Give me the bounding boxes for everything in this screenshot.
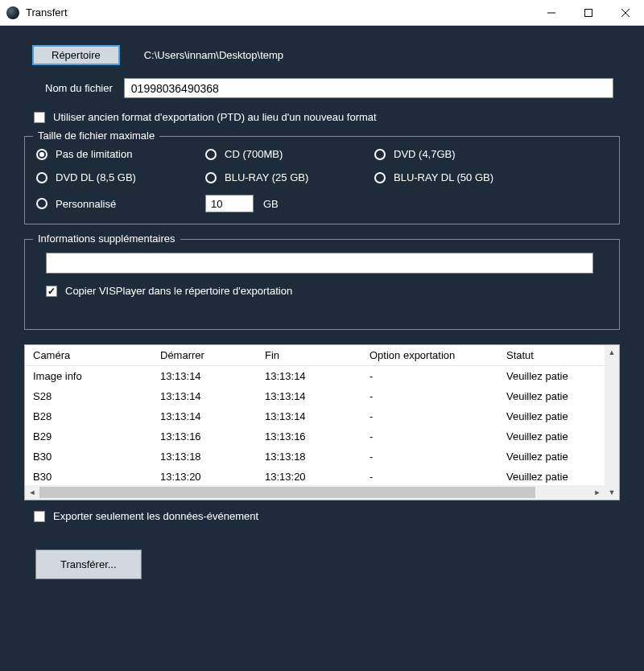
radio-custom[interactable]	[36, 198, 47, 209]
table-cell: Veuillez patie	[498, 386, 584, 406]
maximize-button[interactable]	[570, 0, 607, 26]
directory-path: C:\Users\innam\Desktop\temp	[144, 49, 283, 61]
table-row[interactable]: B2913:13:1613:13:16-Veuillez patie	[25, 426, 605, 447]
table-row[interactable]: B3013:13:2013:13:20-Veuillez patie	[25, 467, 605, 487]
table-cell: B29	[25, 426, 152, 447]
th-start[interactable]: Démarrer	[152, 345, 257, 365]
radio-cd[interactable]	[205, 149, 217, 160]
extra-info-legend: Informations supplémentaires	[33, 233, 180, 245]
scroll-up-icon[interactable]: ▲	[605, 345, 619, 360]
filesize-fieldset: Taille de fichier maximale Pas de limita…	[24, 136, 620, 224]
export-events-label: Exporter seulement les données-événement	[53, 510, 258, 522]
table-cell: Image info	[25, 366, 152, 386]
table-row[interactable]: Image info13:13:1413:13:14-Veuillez pati…	[25, 366, 605, 386]
radio-bluraydl[interactable]	[374, 172, 386, 183]
hscroll-thumb[interactable]	[39, 487, 535, 498]
transfer-button[interactable]: Transférer...	[35, 550, 142, 579]
table-cell: 13:13:14	[257, 386, 361, 406]
table-cell: 13:13:14	[257, 406, 361, 426]
table-cell: S28	[25, 386, 152, 406]
table-cell: B30	[25, 467, 152, 487]
radio-dvd[interactable]	[374, 149, 386, 160]
window-title: Transfert	[26, 6, 533, 19]
th-end[interactable]: Fin	[257, 345, 361, 365]
extra-info-fieldset: Informations supplémentaires Copier VISP…	[24, 239, 620, 330]
export-table: Caméra Démarrer Fin Option exportation S…	[24, 344, 620, 500]
scroll-left-icon[interactable]: ◄	[25, 485, 39, 500]
content-area: Répertoire C:\Users\innam\Desktop\temp N…	[0, 26, 644, 671]
table-cell: 13:13:14	[152, 366, 257, 386]
horizontal-scrollbar[interactable]: ◄ ►	[25, 485, 605, 500]
radio-dvd-label: DVD (4,7GB)	[394, 148, 456, 160]
th-camera[interactable]: Caméra	[25, 345, 152, 365]
old-format-label: Utiliser ancien format d'exportation (PT…	[53, 111, 377, 123]
directory-button[interactable]: Répertoire	[32, 45, 120, 65]
radio-bluray-label: BLU-RAY (25 GB)	[225, 171, 308, 183]
svg-rect-1	[585, 9, 592, 16]
th-status[interactable]: Statut	[498, 345, 584, 365]
table-cell: 13:13:18	[257, 447, 361, 467]
copy-player-checkbox[interactable]	[46, 286, 57, 297]
table-row[interactable]: S2813:13:1413:13:14-Veuillez patie	[25, 386, 605, 406]
table-cell: 13:13:14	[152, 406, 257, 426]
table-cell: Veuillez patie	[498, 366, 584, 386]
radio-no-limit[interactable]	[36, 149, 47, 160]
table-cell: -	[361, 406, 498, 426]
radio-bluray[interactable]	[205, 172, 217, 183]
table-cell: -	[361, 366, 498, 386]
table-cell: Veuillez patie	[498, 447, 584, 467]
table-cell: -	[361, 467, 498, 487]
filesize-legend: Taille de fichier maximale	[33, 130, 159, 142]
table-cell: 13:13:14	[152, 386, 257, 406]
th-export-option[interactable]: Option exportation	[361, 345, 498, 365]
table-header: Caméra Démarrer Fin Option exportation S…	[25, 345, 605, 366]
close-button[interactable]	[607, 0, 644, 26]
table-cell: 13:13:20	[152, 467, 257, 487]
custom-size-input[interactable]	[205, 195, 254, 212]
table-cell: 13:13:16	[257, 426, 361, 447]
table-cell: Veuillez patie	[498, 406, 584, 426]
radio-bluraydl-label: BLU-RAY DL (50 GB)	[394, 171, 493, 183]
table-cell: Veuillez patie	[498, 467, 584, 487]
table-cell: -	[361, 386, 498, 406]
table-row[interactable]: B2813:13:1413:13:14-Veuillez patie	[25, 406, 605, 426]
table-cell: -	[361, 447, 498, 467]
filename-label: Nom du fichier	[45, 82, 113, 94]
radio-dvddl[interactable]	[36, 172, 47, 183]
scroll-right-icon[interactable]: ►	[590, 485, 605, 500]
table-cell: 13:13:16	[152, 426, 257, 447]
titlebar: Transfert	[0, 0, 644, 26]
minimize-button[interactable]	[533, 0, 570, 26]
scroll-down-icon[interactable]: ▼	[605, 485, 619, 500]
table-cell: 13:13:20	[257, 467, 361, 487]
old-format-checkbox[interactable]	[34, 112, 45, 123]
custom-size-unit: GB	[263, 198, 279, 210]
radio-no-limit-label: Pas de limitation	[56, 148, 132, 160]
vertical-scrollbar[interactable]: ▲ ▼	[605, 345, 619, 500]
radio-dvddl-label: DVD DL (8,5 GB)	[56, 171, 136, 183]
app-icon	[6, 6, 19, 19]
extra-info-input[interactable]	[46, 253, 593, 274]
table-cell: B30	[25, 447, 152, 467]
table-cell: B28	[25, 406, 152, 426]
export-events-checkbox[interactable]	[34, 511, 45, 522]
table-row[interactable]: B3013:13:1813:13:18-Veuillez patie	[25, 447, 605, 467]
radio-cd-label: CD (700MB)	[225, 148, 283, 160]
table-cell: Veuillez patie	[498, 426, 584, 447]
table-cell: 13:13:18	[152, 447, 257, 467]
vscroll-thumb[interactable]	[605, 360, 619, 485]
filename-input[interactable]	[124, 78, 613, 98]
table-cell: -	[361, 426, 498, 447]
copy-player-label: Copier VISPlayer dans le répertoire d'ex…	[65, 285, 292, 297]
radio-custom-label: Personnalisé	[56, 198, 116, 210]
table-cell: 13:13:14	[257, 366, 361, 386]
